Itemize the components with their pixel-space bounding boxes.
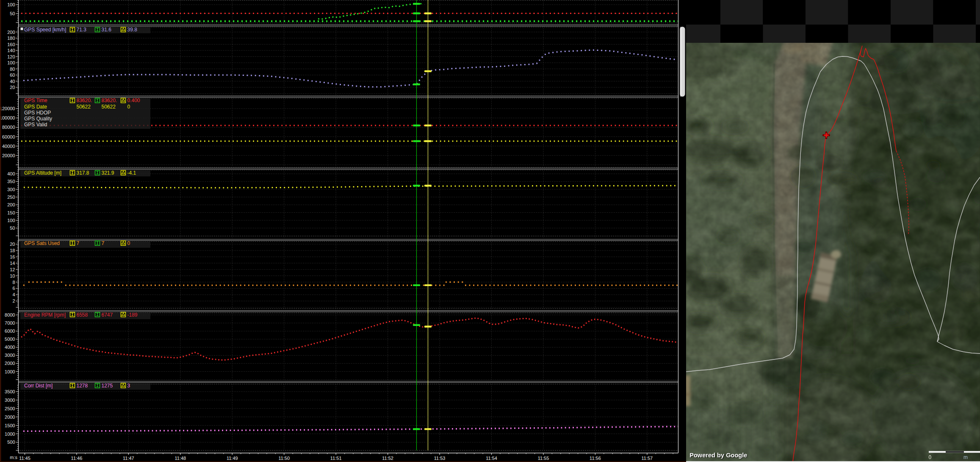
svg-text:80000: 80000 xyxy=(2,125,15,130)
svg-text:0: 0 xyxy=(127,104,130,110)
svg-text:50: 50 xyxy=(10,11,15,16)
svg-text:7000: 7000 xyxy=(5,320,15,326)
svg-text:83620.: 83620. xyxy=(77,97,92,103)
svg-text:11:57: 11:57 xyxy=(642,456,653,461)
svg-text:GPS Sats Used: GPS Sats Used xyxy=(24,240,60,246)
svg-text:400: 400 xyxy=(7,171,15,176)
svg-text:20: 20 xyxy=(10,242,15,247)
svg-text:200: 200 xyxy=(7,30,15,35)
svg-text:GPS Quality: GPS Quality xyxy=(24,116,52,122)
svg-text:6747: 6747 xyxy=(102,312,113,318)
svg-text:180: 180 xyxy=(7,36,15,41)
svg-text:5000: 5000 xyxy=(5,337,15,342)
svg-text:GPS Valid: GPS Valid xyxy=(24,122,47,128)
svg-text:0: 0 xyxy=(127,240,130,246)
svg-text:50622: 50622 xyxy=(102,104,116,110)
svg-text:83620.: 83620. xyxy=(102,97,117,103)
svg-text:250: 250 xyxy=(7,195,15,200)
svg-text:160: 160 xyxy=(7,42,15,47)
svg-text:11:46: 11:46 xyxy=(71,456,83,461)
svg-text:2000: 2000 xyxy=(5,361,15,366)
svg-text:-189: -189 xyxy=(127,312,138,318)
svg-text:8: 8 xyxy=(12,280,15,285)
svg-text:11:54: 11:54 xyxy=(486,456,497,461)
svg-text:60000: 60000 xyxy=(2,134,15,139)
svg-text:60: 60 xyxy=(10,72,15,78)
svg-text:16: 16 xyxy=(10,254,15,259)
svg-text:120000: 120000 xyxy=(0,106,15,111)
svg-text:100: 100 xyxy=(7,60,15,65)
svg-text:0.400: 0.400 xyxy=(127,97,140,103)
svg-text:120: 120 xyxy=(7,54,15,59)
svg-text:2000: 2000 xyxy=(5,415,15,420)
svg-text:GPS Altitude [m]: GPS Altitude [m] xyxy=(24,170,61,176)
svg-text:11:48: 11:48 xyxy=(174,456,186,461)
svg-text:80: 80 xyxy=(10,67,15,72)
svg-text:8000: 8000 xyxy=(5,312,15,317)
svg-text:6558: 6558 xyxy=(77,312,88,318)
svg-text:4000: 4000 xyxy=(5,345,15,350)
svg-text:300: 300 xyxy=(7,187,15,192)
svg-text:39.8: 39.8 xyxy=(127,27,138,33)
svg-text:11:50: 11:50 xyxy=(278,456,290,461)
svg-text:2500: 2500 xyxy=(5,406,15,411)
svg-text:3: 3 xyxy=(127,383,130,389)
svg-text:1278: 1278 xyxy=(77,383,88,389)
svg-text:71.3: 71.3 xyxy=(77,27,87,33)
svg-text:200: 200 xyxy=(7,202,15,207)
svg-text:14: 14 xyxy=(10,261,15,266)
svg-text:11:51: 11:51 xyxy=(330,456,342,461)
svg-text:11:56: 11:56 xyxy=(590,456,601,461)
svg-text:12: 12 xyxy=(10,267,15,272)
svg-text:11:55: 11:55 xyxy=(538,456,549,461)
svg-text:140: 140 xyxy=(7,48,15,53)
svg-text:7: 7 xyxy=(102,240,105,246)
svg-text:100: 100 xyxy=(7,2,15,7)
svg-text:0: 0 xyxy=(929,454,932,460)
svg-text:GPS HDOP: GPS HDOP xyxy=(24,110,51,116)
svg-text:-4.1: -4.1 xyxy=(127,170,136,176)
svg-text:20: 20 xyxy=(10,85,15,90)
svg-text:Corr Dist [m]: Corr Dist [m] xyxy=(24,383,53,389)
svg-text:7: 7 xyxy=(77,240,80,246)
svg-text:50: 50 xyxy=(10,225,15,231)
svg-text:500: 500 xyxy=(7,440,15,445)
svg-text:317.8: 317.8 xyxy=(77,170,89,176)
svg-text:Powered by Google: Powered by Google xyxy=(689,452,747,459)
svg-text:m: m xyxy=(963,454,968,460)
svg-text:6000: 6000 xyxy=(5,328,15,334)
svg-text:m:s: m:s xyxy=(10,455,17,460)
svg-text:50622: 50622 xyxy=(77,104,91,110)
svg-text:6: 6 xyxy=(12,286,15,291)
svg-text:1500: 1500 xyxy=(5,423,15,428)
svg-text:31.6: 31.6 xyxy=(102,27,112,33)
svg-text:11:52: 11:52 xyxy=(382,456,393,461)
svg-text:11:45: 11:45 xyxy=(19,456,30,461)
svg-text:GPS Time: GPS Time xyxy=(24,97,47,103)
svg-text:100000: 100000 xyxy=(0,115,15,120)
svg-text:10: 10 xyxy=(10,273,15,278)
svg-text:100: 100 xyxy=(7,218,15,223)
svg-text:3500: 3500 xyxy=(5,389,15,394)
svg-text:40: 40 xyxy=(10,79,15,84)
svg-text:Engine RPM [rpm]: Engine RPM [rpm] xyxy=(24,312,66,318)
svg-text:3000: 3000 xyxy=(5,353,15,358)
svg-text:20000: 20000 xyxy=(2,153,15,158)
svg-text:11:53: 11:53 xyxy=(434,456,446,461)
svg-text:4: 4 xyxy=(12,292,15,297)
svg-text:1000: 1000 xyxy=(5,369,15,374)
svg-text:2: 2 xyxy=(12,298,15,303)
svg-text:3000: 3000 xyxy=(5,398,15,403)
svg-text:321.9: 321.9 xyxy=(102,170,114,176)
svg-text:150: 150 xyxy=(7,210,15,215)
svg-text:18: 18 xyxy=(10,248,15,253)
svg-text:GPS Date: GPS Date xyxy=(24,104,47,110)
svg-text:11:49: 11:49 xyxy=(227,456,238,461)
svg-text:11:47: 11:47 xyxy=(123,456,134,461)
svg-text:350: 350 xyxy=(7,179,15,184)
svg-text:GPS Speed [km/h]: GPS Speed [km/h] xyxy=(24,27,66,33)
svg-text:40000: 40000 xyxy=(2,144,15,149)
svg-text:1000: 1000 xyxy=(5,431,15,437)
svg-text:1275: 1275 xyxy=(102,383,113,389)
